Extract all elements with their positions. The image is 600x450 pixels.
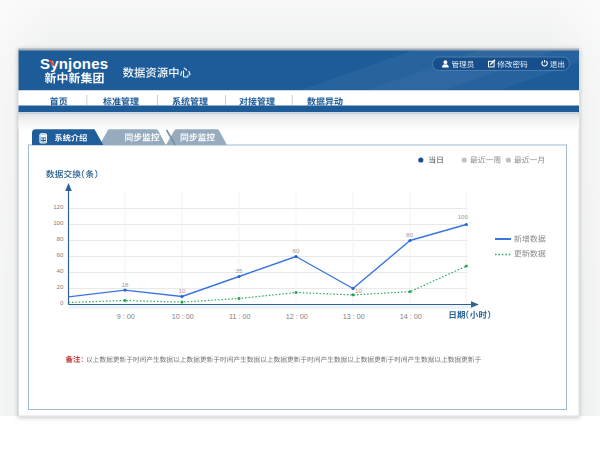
svg-text:120: 120 bbox=[53, 203, 64, 210]
svg-text:60: 60 bbox=[57, 251, 64, 258]
svg-text:10: 10 bbox=[355, 287, 362, 294]
svg-text:Synjones: Synjones bbox=[40, 55, 108, 72]
svg-text:35: 35 bbox=[236, 267, 243, 274]
svg-text:0: 0 bbox=[60, 299, 64, 306]
svg-text:100: 100 bbox=[53, 219, 64, 226]
svg-text:10 : 00: 10 : 00 bbox=[172, 312, 194, 321]
svg-text:9 : 00: 9 : 00 bbox=[117, 312, 135, 321]
svg-text:60: 60 bbox=[293, 247, 300, 254]
svg-text:10: 10 bbox=[179, 287, 186, 294]
svg-text:80: 80 bbox=[406, 231, 413, 238]
svg-text:20: 20 bbox=[57, 283, 64, 290]
svg-text:11 : 00: 11 : 00 bbox=[229, 312, 250, 321]
svg-text:18: 18 bbox=[122, 281, 129, 288]
svg-text:14 : 00: 14 : 00 bbox=[400, 312, 422, 321]
svg-text:80: 80 bbox=[57, 235, 64, 242]
svg-text:13 : 00: 13 : 00 bbox=[343, 312, 365, 321]
svg-text:40: 40 bbox=[57, 267, 64, 274]
svg-text:100: 100 bbox=[458, 213, 469, 220]
svg-text:12 : 00: 12 : 00 bbox=[286, 312, 308, 321]
